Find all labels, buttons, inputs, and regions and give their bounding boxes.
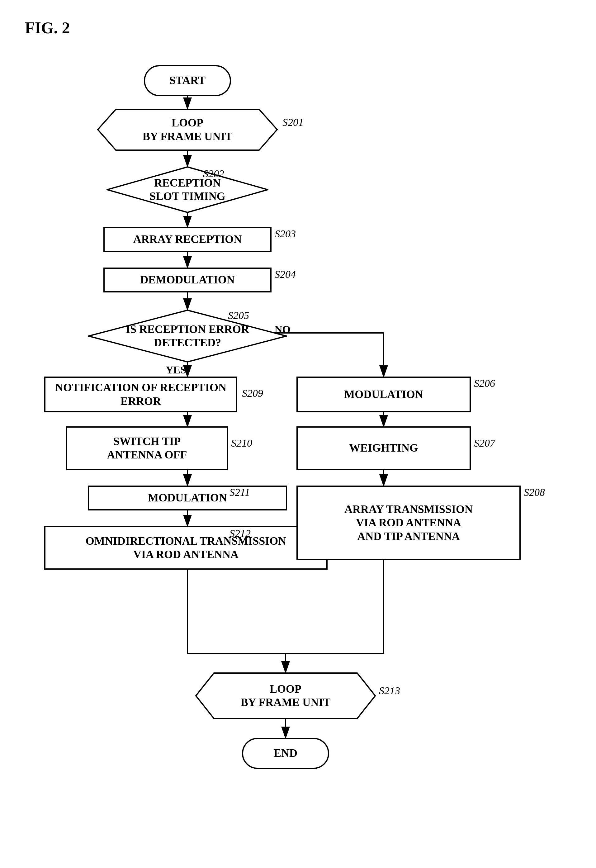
no-label: NO <box>274 323 291 335</box>
omni-transmission-label: OMNIDIRECTIONAL TRANSMISSIONVIA ROD ANTE… <box>86 534 286 561</box>
demodulation-shape: DEMODULATION <box>103 267 271 292</box>
loop1-step: S201 <box>282 117 304 128</box>
loop1-shape: LOOPBY FRAME UNIT <box>97 109 278 151</box>
modulation-right-label: MODULATION <box>344 388 423 401</box>
notification-step: S209 <box>242 387 263 399</box>
modulation-right-shape: MODULATION <box>297 376 471 412</box>
loop2-shape: LOOPBY FRAME UNIT <box>195 672 376 719</box>
notification-shape: NOTIFICATION OF RECEPTIONERROR <box>44 376 237 412</box>
switch-tip-step: S210 <box>231 437 252 449</box>
demodulation-label: DEMODULATION <box>140 273 235 286</box>
switch-tip-label: SWITCH TIPANTENNA OFF <box>107 435 187 462</box>
end-terminal: END <box>242 738 329 769</box>
array-transmission-label: ARRAY TRANSMISSIONVIA ROD ANTENNAAND TIP… <box>344 503 473 543</box>
fig-label: FIG. 2 <box>25 19 571 37</box>
page: FIG. 2 <box>0 0 596 868</box>
flowchart: START LOOPBY FRAME UNIT S201 RECEPTIONSL… <box>25 46 571 856</box>
switch-tip-shape: SWITCH TIPANTENNA OFF <box>66 427 228 470</box>
omni-step: S212 <box>230 528 251 539</box>
array-reception-step: S203 <box>274 228 296 240</box>
loop2-label: LOOPBY FRAME UNIT <box>241 682 331 709</box>
array-reception-label: ARRAY RECEPTION <box>133 233 242 246</box>
modulation-left-shape: MODULATION <box>88 486 287 511</box>
loop1-label: LOOPBY FRAME UNIT <box>143 116 233 143</box>
modulation-right-step: S206 <box>474 378 495 389</box>
array-reception-shape: ARRAY RECEPTION <box>103 227 271 252</box>
loop2-step: S213 <box>379 685 400 697</box>
weighting-label: WEIGHTING <box>349 441 418 455</box>
array-transmission-step: S208 <box>524 487 545 498</box>
start-label: START <box>170 74 205 87</box>
omni-transmission-shape: OMNIDIRECTIONAL TRANSMISSIONVIA ROD ANTE… <box>44 526 328 570</box>
modulation-left-label: MODULATION <box>148 491 227 505</box>
is-error-step: S205 <box>228 310 249 322</box>
reception-slot-label: RECEPTIONSLOT TIMING <box>149 176 226 203</box>
demodulation-step: S204 <box>274 269 296 280</box>
yes-label: YES <box>166 364 186 376</box>
end-label: END <box>274 747 297 760</box>
notification-label: NOTIFICATION OF RECEPTIONERROR <box>55 381 226 408</box>
weighting-step: S207 <box>474 437 495 449</box>
start-terminal: START <box>144 65 231 96</box>
array-transmission-shape: ARRAY TRANSMISSIONVIA ROD ANTENNAAND TIP… <box>297 486 521 560</box>
is-error-shape: IS RECEPTION ERRORDETECTED? <box>88 310 287 363</box>
weighting-shape: WEIGHTING <box>297 427 471 470</box>
reception-slot-shape: RECEPTIONSLOT TIMING <box>106 166 268 213</box>
modulation-left-step: S211 <box>230 487 250 498</box>
is-error-label: IS RECEPTION ERRORDETECTED? <box>126 323 249 350</box>
